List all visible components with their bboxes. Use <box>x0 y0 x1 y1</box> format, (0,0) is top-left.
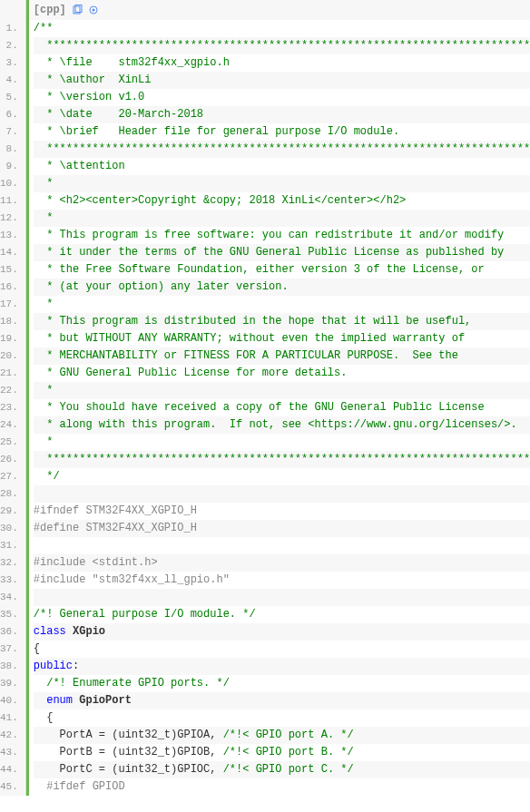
code-line: PortB = (uint32_t)GPIOB, /*!< GPIO port … <box>34 744 530 761</box>
code-line: { <box>34 641 530 658</box>
line-number: 16. <box>0 279 25 296</box>
line-number: 41. <box>0 709 25 727</box>
code-line: public: <box>34 658 530 675</box>
line-number: 27. <box>0 468 25 485</box>
line-number-gutter: 1.2.3.4.5.6.7.8.9.10.11.12.13.14.15.16.1… <box>0 0 26 796</box>
line-number: 12. <box>0 210 25 227</box>
line-number: 4. <box>0 72 25 89</box>
line-number: 13. <box>0 227 25 244</box>
code-left-border <box>26 0 29 796</box>
line-number: 24. <box>0 416 25 434</box>
line-number: 2. <box>0 37 25 54</box>
line-number: 30. <box>0 520 25 537</box>
line-number: 35. <box>0 606 25 623</box>
line-number: 7. <box>0 123 25 141</box>
code-line: #define STM32F4XX_XGPIO_H <box>34 520 530 537</box>
line-number: 38. <box>0 658 25 675</box>
line-number: 39. <box>0 675 25 692</box>
line-number: 21. <box>0 365 25 382</box>
line-number: 25. <box>0 434 25 451</box>
view-icon[interactable] <box>88 5 99 15</box>
code-line: #include "stm32f4xx_ll_gpio.h" <box>34 572 530 589</box>
line-number: 5. <box>0 89 25 106</box>
code-line: { <box>34 709 530 727</box>
code-line: * <box>34 434 530 451</box>
line-number: 34. <box>0 589 25 606</box>
line-number: 6. <box>0 106 25 123</box>
code-line: * \attention <box>34 158 530 175</box>
line-number: 45. <box>0 778 25 796</box>
code-line: PortC = (uint32_t)GPIOC, /*!< GPIO port … <box>34 761 530 778</box>
code-line: * This program is free software: you can… <box>34 227 530 244</box>
code-line: * <h2><center>Copyright &copy; 2018 XinL… <box>34 192 530 210</box>
code-header: [cpp] <box>26 0 530 20</box>
line-number: 3. <box>0 54 25 72</box>
code-line: #ifdef GPIOD <box>34 778 530 796</box>
code-line: * \brief Header file for general purpose… <box>34 123 530 141</box>
code-line: * the Free Software Foundation, either v… <box>34 261 530 279</box>
line-number: 37. <box>0 641 25 658</box>
code-lines: /** ************************************… <box>26 20 530 796</box>
code-area: [cpp] /** ******************************… <box>26 0 530 796</box>
code-line: enum GpioPort <box>34 692 530 709</box>
code-line: */ <box>34 468 530 485</box>
line-number: 14. <box>0 244 25 261</box>
code-line <box>34 485 530 503</box>
line-number: 18. <box>0 313 25 330</box>
line-number: 44. <box>0 761 25 778</box>
code-line <box>34 537 530 554</box>
line-number: 8. <box>0 141 25 158</box>
code-line: * This program is distributed in the hop… <box>34 313 530 330</box>
line-number: 19. <box>0 330 25 347</box>
line-number: 31. <box>0 537 25 554</box>
code-line: * \author XinLi <box>34 72 530 89</box>
code-line: * MERCHANTABILITY or FITNESS FOR A PARTI… <box>34 347 530 365</box>
line-number: 42. <box>0 727 25 744</box>
code-line: /** <box>34 20 530 37</box>
line-number: 36. <box>0 623 25 641</box>
line-number: 29. <box>0 503 25 520</box>
line-number: 43. <box>0 744 25 761</box>
line-number: 32. <box>0 554 25 572</box>
line-number: 10. <box>0 175 25 192</box>
code-line: class XGpio <box>34 623 530 641</box>
line-number: 28. <box>0 485 25 503</box>
code-line: ****************************************… <box>34 37 530 54</box>
line-number: 9. <box>0 158 25 175</box>
code-block: 1.2.3.4.5.6.7.8.9.10.11.12.13.14.15.16.1… <box>0 0 530 796</box>
line-number: 22. <box>0 382 25 399</box>
line-number: 40. <box>0 692 25 709</box>
line-number: 33. <box>0 572 25 589</box>
code-line: * <box>34 382 530 399</box>
code-line: #ifndef STM32F4XX_XGPIO_H <box>34 503 530 520</box>
code-line: * GNU General Public License for more de… <box>34 365 530 382</box>
code-line: * <box>34 175 530 192</box>
copy-icon[interactable] <box>72 5 83 15</box>
code-line: * along with this program. If not, see <… <box>34 416 530 434</box>
code-line: * \date 20-March-2018 <box>34 106 530 123</box>
code-line: #include <stdint.h> <box>34 554 530 572</box>
code-line: * it under the terms of the GNU General … <box>34 244 530 261</box>
code-line: * <box>34 210 530 227</box>
code-line: PortA = (uint32_t)GPIOA, /*!< GPIO port … <box>34 727 530 744</box>
code-line: ****************************************… <box>34 141 530 158</box>
code-line: ****************************************… <box>34 451 530 468</box>
line-number: 17. <box>0 296 25 313</box>
code-line: * <box>34 296 530 313</box>
line-number: 15. <box>0 261 25 279</box>
code-line: * You should have received a copy of the… <box>34 399 530 416</box>
line-number: 11. <box>0 192 25 210</box>
line-number: 1. <box>0 20 25 37</box>
code-line: /*! General purpose I/O module. */ <box>34 606 530 623</box>
svg-point-3 <box>92 9 94 12</box>
line-number: 23. <box>0 399 25 416</box>
code-line: /*! Enumerate GPIO ports. */ <box>34 675 530 692</box>
line-number: 26. <box>0 451 25 468</box>
code-line: * \version v1.0 <box>34 89 530 106</box>
code-line <box>34 589 530 606</box>
code-line: * \file stm32f4xx_xgpio.h <box>34 54 530 72</box>
code-line: * but WITHOUT ANY WARRANTY; without even… <box>34 330 530 347</box>
code-line: * (at your option) any later version. <box>34 279 530 296</box>
language-label: [cpp] <box>34 4 66 16</box>
line-number: 20. <box>0 347 25 365</box>
